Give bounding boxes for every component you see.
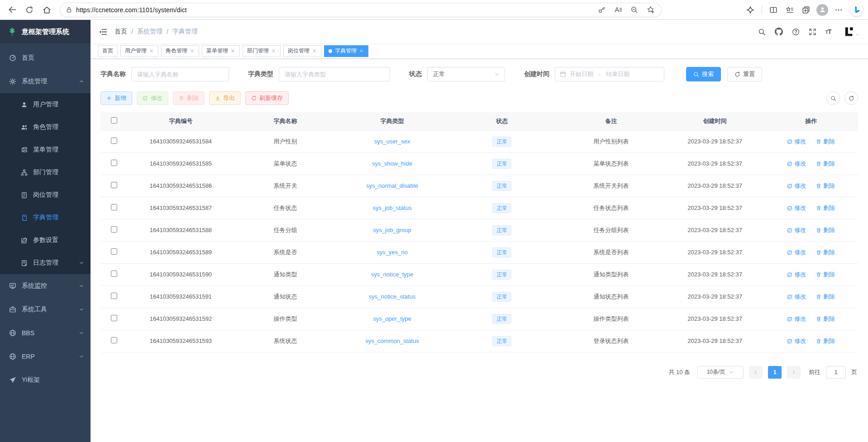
sidebar-item-monitor[interactable]: 系统监控: [0, 274, 91, 298]
profile-avatar[interactable]: [815, 2, 830, 18]
sidebar-item-tools[interactable]: 系统工具: [0, 298, 91, 321]
row-edit-button[interactable]: 修改: [787, 337, 806, 345]
yi-framework-logo[interactable]: [843, 26, 860, 37]
refresh-cache-button[interactable]: 刷新缓存: [245, 91, 289, 105]
add-favorite-icon[interactable]: [644, 4, 657, 16]
status-select[interactable]: 正常: [427, 67, 505, 81]
row-edit-button[interactable]: 修改: [787, 293, 806, 301]
close-icon[interactable]: [359, 48, 364, 53]
browser-refresh-button[interactable]: [22, 2, 37, 18]
dict-type-link[interactable]: sys_notice_status: [369, 293, 415, 300]
row-checkbox[interactable]: [111, 248, 117, 255]
row-edit-button[interactable]: 修改: [787, 138, 806, 146]
tab-home[interactable]: 首页: [98, 45, 118, 57]
sidebar-item-depts[interactable]: 部门管理: [0, 161, 91, 184]
tab-menu-mgmt[interactable]: 菜单管理: [202, 45, 240, 57]
edit-button[interactable]: 修改: [137, 91, 168, 105]
row-checkbox[interactable]: [111, 293, 117, 299]
split-screen-icon[interactable]: [766, 2, 781, 18]
dict-type-link[interactable]: sys_notice_type: [371, 271, 413, 278]
row-checkbox[interactable]: [111, 160, 117, 166]
row-delete-button[interactable]: 删除: [816, 138, 835, 146]
refresh-table-button[interactable]: [844, 91, 858, 105]
zoom-out-icon[interactable]: [628, 4, 640, 16]
row-delete-button[interactable]: 删除: [816, 182, 835, 190]
page-size-select[interactable]: 10条/页: [697, 366, 744, 379]
prev-page-button[interactable]: [749, 366, 763, 379]
toggle-search-button[interactable]: [826, 91, 840, 105]
row-checkbox[interactable]: [111, 204, 117, 210]
collections-icon[interactable]: [798, 2, 814, 18]
browser-essentials-icon[interactable]: [743, 2, 758, 18]
sidebar-item-params[interactable]: 参数设置: [0, 229, 91, 252]
row-checkbox[interactable]: [111, 315, 117, 321]
row-edit-button[interactable]: 修改: [787, 248, 806, 257]
row-checkbox[interactable]: [111, 226, 117, 233]
dict-name-input[interactable]: [131, 67, 229, 81]
row-edit-button[interactable]: 修改: [787, 204, 806, 212]
sidebar-item-home[interactable]: 首页: [0, 46, 91, 70]
sidebar-item-posts[interactable]: 岗位管理: [0, 184, 91, 206]
dict-type-link[interactable]: sys_common_status: [365, 337, 419, 344]
row-delete-button[interactable]: 删除: [816, 204, 835, 212]
close-icon[interactable]: [149, 48, 154, 53]
row-edit-button[interactable]: 修改: [787, 226, 806, 234]
row-delete-button[interactable]: 删除: [816, 248, 835, 257]
url-text[interactable]: https://ccnetcore.com:1101/system/dict: [76, 6, 591, 14]
row-checkbox[interactable]: [111, 271, 117, 277]
add-button[interactable]: 新增: [100, 91, 132, 105]
dict-type-link[interactable]: sys_yes_no: [377, 249, 408, 256]
delete-button[interactable]: 删除: [173, 91, 205, 105]
sidebar-item-logs[interactable]: 日志管理: [0, 252, 91, 274]
tab-dict-mgmt[interactable]: 字典管理: [324, 45, 368, 57]
row-delete-button[interactable]: 删除: [816, 293, 835, 301]
tab-user-mgmt[interactable]: 用户管理: [120, 45, 158, 57]
read-aloud-icon[interactable]: [611, 4, 624, 16]
current-page-button[interactable]: 1: [768, 366, 782, 379]
browser-home-button[interactable]: [39, 2, 54, 18]
row-delete-button[interactable]: 删除: [816, 271, 835, 279]
row-delete-button[interactable]: 删除: [816, 315, 835, 323]
sidebar-item-roles[interactable]: 角色管理: [0, 116, 91, 138]
next-page-button[interactable]: [787, 366, 801, 379]
close-icon[interactable]: [190, 48, 195, 53]
dict-type-link[interactable]: sys_job_group: [373, 227, 411, 233]
row-edit-button[interactable]: 修改: [787, 182, 806, 190]
sidebar-collapse-icon[interactable]: [99, 28, 107, 36]
fullscreen-icon[interactable]: [809, 28, 816, 36]
sidebar-item-system[interactable]: 系统管理: [0, 70, 91, 93]
tab-post-mgmt[interactable]: 岗位管理: [283, 45, 321, 57]
font-size-icon[interactable]: TT: [825, 28, 831, 36]
dict-type-link[interactable]: sys_job_status: [372, 204, 411, 211]
select-all-checkbox[interactable]: [111, 117, 117, 124]
search-button[interactable]: 搜索: [686, 67, 721, 81]
header-search-icon[interactable]: [758, 28, 766, 36]
password-key-icon[interactable]: [595, 4, 608, 16]
tab-dept-mgmt[interactable]: 部门管理: [243, 45, 281, 57]
close-icon[interactable]: [312, 48, 317, 53]
dict-type-input[interactable]: [279, 67, 390, 81]
row-delete-button[interactable]: 删除: [816, 337, 835, 345]
close-icon[interactable]: [271, 48, 276, 53]
dict-type-link[interactable]: sys_user_sex: [374, 138, 410, 145]
favorites-icon[interactable]: [782, 2, 797, 18]
close-icon[interactable]: [230, 48, 235, 53]
sidebar-item-yi[interactable]: Yi框架: [0, 368, 91, 392]
reset-button[interactable]: 重置: [727, 67, 762, 81]
bing-chat-icon[interactable]: [850, 3, 863, 17]
sidebar-item-bbs[interactable]: BBS: [0, 321, 91, 345]
row-edit-button[interactable]: 修改: [787, 315, 806, 323]
row-edit-button[interactable]: 修改: [787, 160, 806, 168]
row-checkbox[interactable]: [111, 138, 117, 144]
breadcrumb-home[interactable]: 首页: [114, 28, 127, 36]
row-delete-button[interactable]: 删除: [816, 160, 835, 168]
sidebar-item-dict[interactable]: 字典管理: [0, 206, 91, 229]
dict-type-link[interactable]: sys_oper_type: [373, 315, 411, 322]
browser-back-button[interactable]: [5, 2, 20, 18]
address-bar[interactable]: https://ccnetcore.com:1101/system/dict: [60, 3, 662, 17]
row-checkbox[interactable]: [111, 182, 117, 188]
row-edit-button[interactable]: 修改: [787, 271, 806, 279]
sidebar-item-erp[interactable]: ERP: [0, 345, 91, 368]
help-icon[interactable]: [792, 28, 800, 36]
breadcrumb-system[interactable]: 系统管理: [137, 28, 162, 36]
